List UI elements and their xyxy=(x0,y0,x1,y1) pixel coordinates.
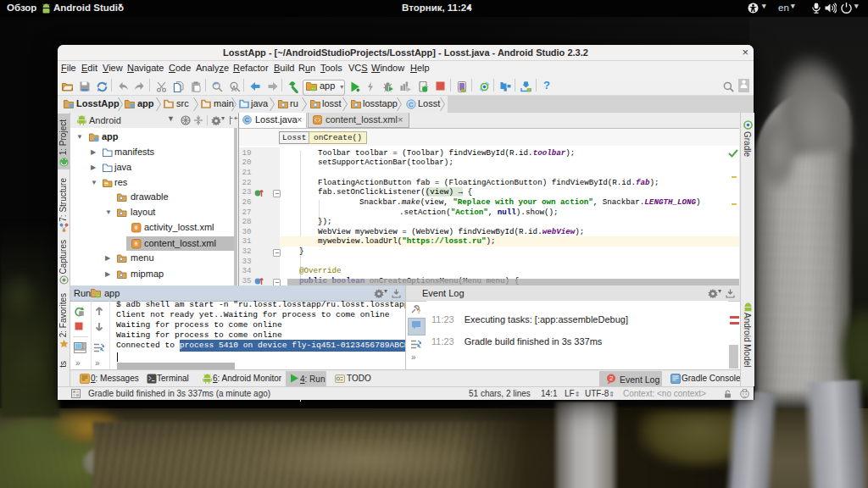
svg-text:C: C xyxy=(245,116,250,124)
svg-text:?: ? xyxy=(417,308,420,314)
svg-text:2: 2 xyxy=(609,374,613,382)
svg-text:C: C xyxy=(409,101,414,108)
